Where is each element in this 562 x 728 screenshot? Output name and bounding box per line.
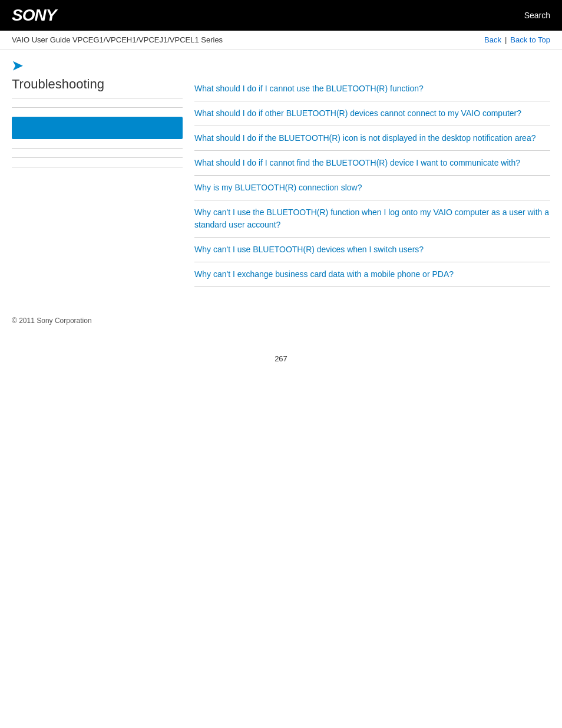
list-item: Why is my BLUETOOTH(R) connection slow? [194, 176, 550, 200]
content-area: What should I do if I cannot use the BLU… [194, 77, 550, 287]
sidebar-highlight-item[interactable] [12, 117, 183, 139]
page: { "header": { "logo": "SONY", "search_la… [0, 0, 562, 728]
list-item: Why can't I use the BLUETOOTH(R) functio… [194, 200, 550, 238]
footer: © 2011 Sony Corporation [0, 299, 562, 342]
search-button[interactable]: Search [524, 11, 550, 20]
content-link-6[interactable]: Why can't I use the BLUETOOTH(R) functio… [194, 200, 550, 237]
content-link-5[interactable]: Why is my BLUETOOTH(R) connection slow? [194, 176, 550, 200]
copyright-text: © 2011 Sony Corporation [12, 317, 92, 325]
two-col-layout: Troubleshooting What should I do if I ca… [0, 77, 562, 287]
content-link-7[interactable]: Why can't I use BLUETOOTH(R) devices whe… [194, 238, 550, 262]
content-link-4[interactable]: What should I do if I cannot find the BL… [194, 151, 550, 175]
list-item: What should I do if I cannot find the BL… [194, 151, 550, 176]
content-link-2[interactable]: What should I do if other BLUETOOTH(R) d… [194, 101, 550, 126]
content-link-3[interactable]: What should I do if the BLUETOOTH(R) ico… [194, 126, 550, 150]
list-item: What should I do if I cannot use the BLU… [194, 77, 550, 101]
page-wrapper: SONY Search VAIO User Guide VPCEG1/VPCEH… [0, 0, 562, 375]
back-link[interactable]: Back [484, 35, 501, 44]
chevron-row: ➤ [0, 50, 562, 77]
chevron-icon: ➤ [12, 58, 22, 73]
sidebar-divider-4 [12, 167, 183, 167]
list-item: What should I do if other BLUETOOTH(R) d… [194, 101, 550, 126]
breadcrumb-nav: Back | Back to Top [484, 35, 550, 44]
content-link-1[interactable]: What should I do if I cannot use the BLU… [194, 77, 550, 101]
sidebar: Troubleshooting [12, 77, 183, 287]
list-item: Why can't I use BLUETOOTH(R) devices whe… [194, 238, 550, 262]
back-to-top-link[interactable]: Back to Top [510, 35, 550, 44]
sidebar-divider-1 [12, 107, 183, 108]
guide-title: VAIO User Guide VPCEG1/VPCEH1/VPCEJ1/VPC… [12, 35, 223, 44]
content-link-8[interactable]: Why can't I exchange business card data … [194, 262, 550, 286]
header: SONY Search [0, 0, 562, 31]
content-links-list: What should I do if I cannot use the BLU… [194, 77, 550, 287]
list-item: Why can't I exchange business card data … [194, 262, 550, 287]
list-item: What should I do if the BLUETOOTH(R) ico… [194, 126, 550, 151]
breadcrumb-bar: VAIO User Guide VPCEG1/VPCEH1/VPCEJ1/VPC… [0, 31, 562, 50]
nav-separator: | [505, 35, 507, 44]
sidebar-divider-2 [12, 148, 183, 149]
sidebar-title: Troubleshooting [12, 77, 183, 98]
content-divider-8 [194, 286, 550, 287]
sony-logo: SONY [12, 6, 56, 25]
page-number: 267 [0, 342, 562, 375]
sidebar-divider-3 [12, 157, 183, 158]
